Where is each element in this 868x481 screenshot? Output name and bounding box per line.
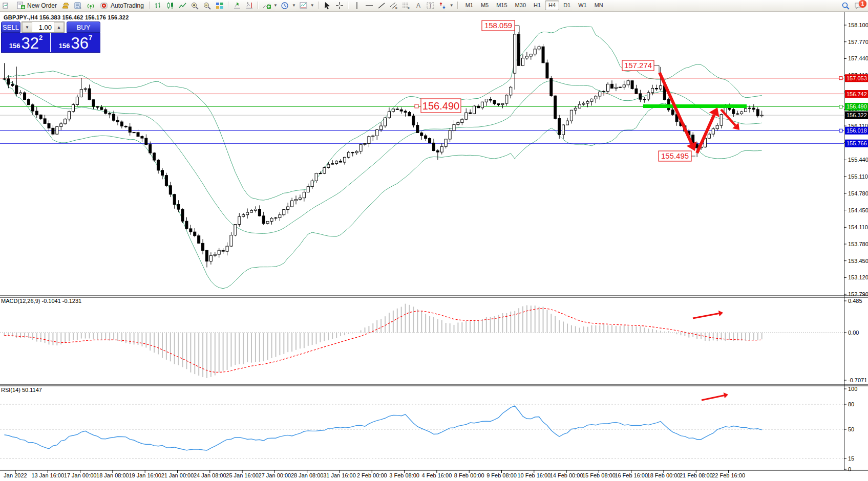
candlestick-chart-button[interactable] bbox=[165, 1, 176, 10]
chevron-down-icon: ▼ bbox=[450, 3, 454, 8]
chat-icon[interactable]: 1 bbox=[853, 1, 864, 10]
svg-text:80: 80 bbox=[848, 401, 854, 407]
autotrading-label: AutoTrading bbox=[111, 2, 144, 9]
svg-text:2 Feb 00:00: 2 Feb 00:00 bbox=[357, 472, 387, 478]
svg-text:13 Jan 16:00: 13 Jan 16:00 bbox=[31, 472, 64, 478]
auto-scroll-button[interactable] bbox=[231, 1, 243, 10]
timeframe-group: M1M5M15M30H1H4D1W1MN bbox=[462, 1, 607, 10]
indicators-button[interactable]: ▼ bbox=[261, 1, 279, 10]
svg-text:0: 0 bbox=[848, 466, 851, 472]
toolbar-separator bbox=[318, 2, 319, 9]
arrows-button[interactable]: ▼ bbox=[437, 1, 455, 10]
zoom-in-button[interactable] bbox=[189, 1, 201, 10]
volume-stepper: ▼ 1.00 ▲ bbox=[22, 21, 65, 33]
svg-text:MACD(12,26,9) -0.1041 -0.1231: MACD(12,26,9) -0.1041 -0.1231 bbox=[1, 298, 81, 304]
notification-badge[interactable]: 1 bbox=[859, 0, 866, 8]
svg-text:22 Feb 16:00: 22 Feb 16:00 bbox=[712, 472, 745, 478]
svg-text:158.059: 158.059 bbox=[484, 21, 512, 30]
svg-text:E: E bbox=[395, 7, 397, 10]
new-order-icon bbox=[16, 2, 26, 10]
gold-icon[interactable] bbox=[60, 1, 72, 10]
vertical-line-button[interactable] bbox=[351, 1, 363, 10]
svg-text:18 Feb 00:00: 18 Feb 00:00 bbox=[647, 472, 681, 478]
tile-windows-button[interactable] bbox=[214, 1, 225, 10]
templates-button[interactable]: ▼ bbox=[298, 1, 315, 10]
svg-text:155.110: 155.110 bbox=[848, 173, 868, 180]
mt4-window: New Order AutoTrading bbox=[0, 0, 868, 481]
fibonacci-button[interactable]: F bbox=[400, 1, 412, 10]
periods-button[interactable]: ▼ bbox=[280, 1, 297, 10]
tf-button-m1[interactable]: M1 bbox=[462, 1, 477, 10]
toolbar-right: 1 bbox=[840, 1, 866, 10]
sell-price[interactable]: 156 32 2 bbox=[2, 33, 51, 52]
volume-increase-button[interactable]: ▲ bbox=[54, 22, 64, 32]
chevron-down-icon: ▼ bbox=[292, 3, 296, 8]
buy-price-pip: 7 bbox=[89, 34, 92, 41]
volume-field[interactable]: 1.00 bbox=[32, 22, 54, 32]
chart-canvas[interactable]: 158.100157.770157.440157.110156.780156.4… bbox=[0, 0, 868, 481]
svg-text:RSI(14) 50.1147: RSI(14) 50.1147 bbox=[1, 387, 42, 393]
svg-text:157.440: 157.440 bbox=[848, 55, 868, 61]
svg-text:0.00: 0.00 bbox=[848, 330, 859, 336]
chevron-down-icon: ▼ bbox=[273, 3, 278, 8]
toolbar-separator bbox=[149, 2, 150, 9]
toolbar-separator bbox=[348, 2, 349, 9]
svg-text:153.450: 153.450 bbox=[848, 258, 868, 264]
zoom-out-button[interactable] bbox=[202, 1, 213, 10]
metaeditor-icon[interactable] bbox=[73, 1, 84, 10]
cursor-button[interactable] bbox=[322, 1, 333, 10]
svg-text:21 Jan 00:00: 21 Jan 00:00 bbox=[161, 472, 194, 478]
svg-text:18 Jan 08:00: 18 Jan 08:00 bbox=[96, 472, 129, 478]
text-button[interactable]: A bbox=[413, 1, 424, 10]
svg-text:16 Feb 16:00: 16 Feb 16:00 bbox=[615, 472, 648, 478]
svg-text:154.780: 154.780 bbox=[848, 190, 868, 196]
svg-text:153.780: 153.780 bbox=[848, 241, 868, 247]
svg-text:T: T bbox=[429, 3, 432, 9]
svg-text:152.790: 152.790 bbox=[848, 291, 868, 297]
bar-chart-button[interactable] bbox=[153, 1, 164, 10]
signals-icon[interactable] bbox=[85, 1, 96, 10]
svg-text:154.450: 154.450 bbox=[848, 207, 868, 213]
svg-text:158.100: 158.100 bbox=[848, 22, 868, 28]
svg-text:157.053: 157.053 bbox=[846, 75, 867, 81]
tf-button-h4[interactable]: H4 bbox=[545, 1, 559, 10]
chart-shift-button[interactable] bbox=[244, 1, 255, 10]
sell-button[interactable]: SELL bbox=[1, 21, 20, 33]
svg-text:50: 50 bbox=[848, 426, 854, 432]
svg-text:27 Jan 00:00: 27 Jan 00:00 bbox=[259, 472, 291, 478]
tf-button-m30[interactable]: M30 bbox=[512, 1, 530, 10]
tf-button-mn[interactable]: MN bbox=[591, 1, 607, 10]
tf-button-h1[interactable]: H1 bbox=[530, 1, 544, 10]
search-icon[interactable] bbox=[840, 1, 851, 10]
svg-text:157.770: 157.770 bbox=[848, 39, 868, 45]
tf-button-m15[interactable]: M15 bbox=[493, 1, 511, 10]
new-order-button[interactable]: New Order bbox=[14, 1, 59, 10]
symbol-period-label: GBPJPY-,H4 bbox=[4, 14, 38, 20]
svg-text:Jan 2022: Jan 2022 bbox=[4, 472, 27, 478]
tf-button-m5[interactable]: M5 bbox=[477, 1, 492, 10]
svg-text:154.110: 154.110 bbox=[848, 224, 868, 230]
ohlc-values: 156.383 156.462 156.176 156.322 bbox=[39, 14, 129, 20]
horizontal-line-button[interactable] bbox=[364, 1, 375, 10]
svg-text:25 Jan 16:00: 25 Jan 16:00 bbox=[226, 472, 259, 478]
equidistant-channel-button[interactable]: E bbox=[388, 1, 399, 10]
autotrading-button[interactable]: AutoTrading bbox=[97, 1, 146, 10]
volume-decrease-button[interactable]: ▼ bbox=[22, 22, 32, 32]
tf-button-d1[interactable]: D1 bbox=[560, 1, 574, 10]
sell-price-pip: 2 bbox=[39, 34, 43, 41]
chart-area: 158.100157.770157.440157.110156.780156.4… bbox=[0, 11, 868, 481]
svg-text:155.495: 155.495 bbox=[661, 151, 689, 160]
buy-price[interactable]: 156 36 7 bbox=[51, 33, 100, 52]
svg-text:100: 100 bbox=[848, 386, 857, 392]
sell-price-prefix: 156 bbox=[9, 41, 20, 51]
svg-text:156.742: 156.742 bbox=[846, 91, 867, 97]
text-label-button[interactable]: T bbox=[425, 1, 436, 10]
tf-button-w1[interactable]: W1 bbox=[575, 1, 590, 10]
crosshair-button[interactable] bbox=[334, 1, 345, 10]
chart-window-icon[interactable] bbox=[2, 1, 13, 10]
line-chart-button[interactable] bbox=[177, 1, 188, 10]
trendline-button[interactable] bbox=[376, 1, 387, 10]
svg-text:28 Jan 08:00: 28 Jan 08:00 bbox=[291, 472, 324, 478]
svg-text:A: A bbox=[416, 2, 420, 9]
buy-button[interactable]: BUY bbox=[67, 21, 100, 33]
